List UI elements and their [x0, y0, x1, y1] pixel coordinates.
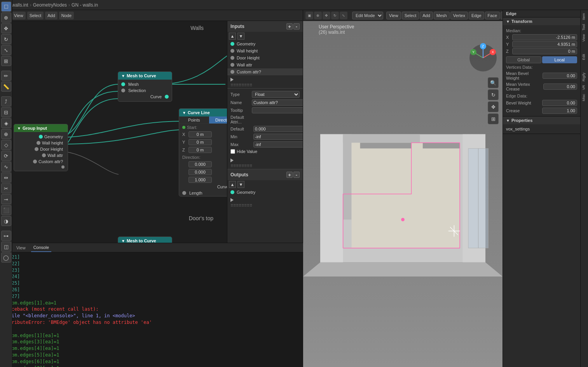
vp-select-menu[interactable]: Select	[402, 12, 419, 19]
view-menu[interactable]: View	[12, 12, 26, 19]
outputs-expand-icon	[230, 198, 234, 202]
outputs-expand-btn[interactable]	[227, 197, 303, 203]
crease-label: Crease	[506, 108, 520, 113]
vp-cursor-icon[interactable]: ⊕	[314, 12, 322, 19]
ca-type-select[interactable]: Float	[252, 91, 300, 98]
vp-scale-icon[interactable]: ⤡	[340, 12, 347, 19]
inputs-expand-btn[interactable]	[227, 77, 303, 82]
output-geometry[interactable]: Geometry	[227, 189, 303, 196]
mean-bevel-label: Mean Bevel Weight	[506, 71, 543, 80]
ca-tooltip-input[interactable]	[252, 107, 303, 113]
ca-min-input[interactable]	[253, 134, 303, 140]
vp-edge-menu[interactable]: Edge	[469, 12, 484, 19]
tab-vr[interactable]: VR	[581, 83, 588, 92]
ca-name-input[interactable]	[252, 99, 303, 106]
cl-tab-direction[interactable]: Direction	[209, 117, 227, 123]
ca-hidevalue-check[interactable]	[230, 149, 235, 154]
ca-default-input[interactable]	[253, 126, 303, 132]
mtc1-body: Mesh Selection Curve	[118, 80, 172, 101]
outputs-down-btn[interactable]: ▼	[237, 181, 244, 188]
inputs-down-btn[interactable]: ▼	[237, 33, 244, 40]
input-custom-attr[interactable]: Custom attr?	[227, 68, 303, 75]
edge-panel-tab[interactable]: Edge	[503, 10, 580, 17]
svg-text:Z: Z	[482, 44, 484, 48]
mtc1-mesh-label: Mesh	[127, 82, 169, 87]
cl-start-z-val[interactable]: 0 m	[188, 147, 212, 153]
global-local-toggle: Global Local	[506, 56, 577, 63]
vp-vertex-menu[interactable]: Vertex	[450, 12, 468, 19]
viewport-scene[interactable]: User Perspective (26) walls.int X	[303, 21, 503, 367]
tab-edit[interactable]: Edit	[581, 52, 588, 62]
vp-add-menu[interactable]: Add	[420, 12, 433, 19]
input-geometry[interactable]: Geometry	[227, 40, 303, 47]
vp-rotate-icon[interactable]: ↻	[331, 12, 339, 19]
outputs-remove-btn[interactable]: -	[293, 172, 300, 178]
input-wall-attr[interactable]: Wall attr	[227, 61, 303, 68]
inputs-header: Inputs + -	[227, 21, 303, 32]
select-menu[interactable]: Select	[27, 12, 44, 19]
crease-value[interactable]: 1.00	[542, 108, 577, 114]
cl-dir-x-val[interactable]: 0.000	[188, 161, 212, 167]
inputs-up-btn[interactable]: ▲	[229, 33, 236, 40]
nav-zoom-btn[interactable]: 🔍	[488, 77, 499, 88]
console-output[interactable]: 21] 22] 23] 24] 25] 26] 27] >> bm.edges[…	[0, 252, 303, 367]
group-input-node[interactable]: ▼ Group Input Geometry Wall height	[14, 124, 68, 171]
outputs-up-btn[interactable]: ▲	[229, 181, 236, 188]
input-door-height[interactable]: Door Height	[227, 54, 303, 61]
ca-min-row: Min	[230, 134, 300, 140]
tab-misc[interactable]: Misc	[581, 92, 588, 103]
custom-attr-form: Type Float Name Tooltip	[227, 88, 303, 158]
bevel-weight-value[interactable]: 0.00	[542, 100, 577, 106]
cl-tab-points[interactable]: Points	[179, 117, 209, 123]
ca-max-input[interactable]	[253, 141, 303, 148]
transform-header[interactable]: ▼ Transform	[503, 17, 580, 25]
tab-rigify[interactable]: Rigify	[581, 71, 588, 83]
cl-start-y-val[interactable]: 0 m	[188, 139, 212, 145]
x-coord-value[interactable]: -2.5126 m	[512, 34, 577, 40]
ca-default-row: Default	[230, 126, 300, 132]
tab-tool-right[interactable]: Tool	[581, 23, 588, 32]
console-tab-view[interactable]: View	[14, 243, 28, 252]
svg-rect-8	[352, 143, 460, 248]
outputs-add-btn[interactable]: +	[286, 172, 293, 178]
mean-bevel-value[interactable]: 0.00	[543, 73, 577, 79]
vp-mode-dropdown[interactable]: Edit Mode	[352, 12, 383, 19]
cl-dir-y-val[interactable]: 0.000	[188, 169, 212, 175]
inputs-add-btn[interactable]: +	[286, 23, 293, 30]
inputs-controls: + -	[286, 23, 300, 30]
mean-vertex-crease-value[interactable]: 0.00	[543, 83, 577, 90]
vp-view-menu[interactable]: View	[386, 12, 401, 19]
orientation-gizmo[interactable]: X Y Z	[468, 42, 499, 75]
nav-rotate-btn[interactable]: ↻	[488, 89, 499, 100]
mtc1-mesh-row: Mesh	[121, 81, 169, 87]
z-coord-value[interactable]: 0 m	[512, 48, 577, 54]
cl-start-x-val[interactable]: 0 m	[188, 131, 212, 137]
mesh-to-curve-node-2[interactable]: ▼ Mesh to Curve Curve	[118, 237, 172, 243]
vp-select-icon[interactable]: ▣	[305, 12, 313, 19]
tab-item[interactable]: Item	[581, 12, 588, 22]
cl-dir-z-val[interactable]: 1.000	[188, 177, 212, 183]
y-coord-value[interactable]: 4.9351 m	[512, 41, 577, 47]
tab-view-right[interactable]: View	[581, 33, 588, 43]
node-editor-header: ⬡ View Select Add Node	[0, 10, 303, 21]
global-btn[interactable]: Global	[506, 56, 541, 63]
node-menu[interactable]: Node	[59, 12, 74, 19]
cl-curve-out-label: Curve	[217, 184, 227, 189]
vp-move-icon[interactable]: ✥	[323, 12, 330, 19]
inputs-remove-btn[interactable]: -	[293, 23, 300, 30]
mesh-to-curve-node-1[interactable]: ▼ Mesh to Curve Mesh Selection	[118, 71, 172, 102]
console-header: ◻ View Console	[0, 243, 303, 252]
custom-properties-header[interactable]: ▼ Properties	[503, 117, 580, 124]
curve-line-node[interactable]: ▼ Curve Line Points Direction Start:	[179, 108, 227, 197]
local-btn[interactable]: Local	[542, 56, 578, 63]
node-canvas[interactable]: Walls	[8, 21, 227, 243]
expand-btn-2[interactable]	[230, 158, 234, 162]
nav-ortho-btn[interactable]: ⊞	[488, 113, 499, 124]
nav-pan-btn[interactable]: ✥	[488, 101, 499, 112]
input-wall-height[interactable]: Wall height	[227, 47, 303, 54]
curve-line-label: Curve Line	[188, 110, 210, 115]
vp-mesh-menu[interactable]: Mesh	[434, 12, 450, 19]
add-menu[interactable]: Add	[45, 12, 58, 19]
vp-face-menu[interactable]: Face	[485, 12, 500, 19]
console-tab-console[interactable]: Console	[31, 243, 51, 252]
